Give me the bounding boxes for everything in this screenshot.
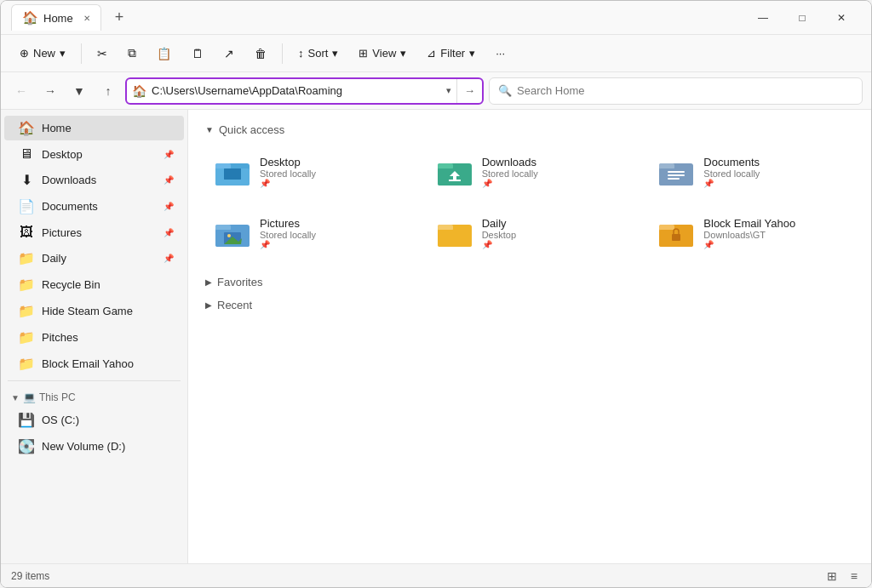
sidebar-recycle-label: Recycle Bin — [42, 278, 174, 291]
sidebar-item-documents[interactable]: 📄 Documents 📌 — [4, 194, 184, 219]
quick-access-header[interactable]: ▼ Quick access — [205, 123, 854, 136]
view-button[interactable]: ⊞ View ▾ — [350, 43, 415, 64]
new-button[interactable]: ⊕ New ▾ — [11, 43, 74, 64]
new-tab-button[interactable]: + — [108, 7, 131, 28]
pin-icon-2: 📌 — [164, 175, 174, 185]
svg-rect-10 — [449, 180, 461, 181]
close-button[interactable]: ✕ — [822, 1, 861, 35]
grid-view-button[interactable]: ⊞ — [823, 568, 840, 585]
blockemail-icon: 📁 — [18, 356, 35, 372]
delete-icon: 🗑 — [255, 47, 267, 60]
maximize-button[interactable]: □ — [783, 1, 822, 35]
folder-item-pictures[interactable]: Pictures Stored locally 📌 — [205, 208, 410, 259]
daily-folder-name: Daily — [482, 217, 516, 230]
title-bar: 🏠 Home ✕ + ― □ ✕ — [1, 1, 871, 35]
filter-button[interactable]: ⊿ Filter ▾ — [418, 43, 484, 64]
desktop-folder-icon — [214, 153, 251, 191]
blockemail-pin: 📌 — [703, 240, 795, 249]
sidebar-home-label: Home — [42, 122, 174, 134]
svg-point-21 — [227, 234, 231, 237]
status-bar: 29 items ⊞ ≡ — [1, 563, 871, 587]
desktop-pin: 📌 — [260, 179, 316, 188]
folder-grid: Desktop Stored locally 📌 — [205, 146, 854, 259]
folder-item-documents[interactable]: Documents Stored locally 📌 — [649, 146, 854, 197]
filter-dropdown-icon: ▾ — [469, 47, 475, 60]
sidebar: 🏠 Home 🖥 Desktop 📌 ⬇ Downloads 📌 📄 Docum… — [1, 110, 188, 563]
downloads-folder-name: Downloads — [482, 156, 538, 168]
svg-rect-14 — [668, 171, 685, 173]
view-icon: ⊞ — [359, 47, 368, 60]
cut-button[interactable]: ✂ — [89, 43, 116, 65]
folder-item-desktop[interactable]: Desktop Stored locally 📌 — [205, 146, 410, 197]
new-label: New — [33, 47, 55, 60]
svg-rect-1 — [215, 163, 231, 169]
address-bar[interactable]: 🏠 ▾ → — [125, 77, 484, 105]
svg-rect-12 — [659, 163, 674, 169]
sidebar-desktop-label: Desktop — [42, 148, 157, 161]
sidebar-item-downloads[interactable]: ⬇ Downloads 📌 — [4, 168, 184, 192]
toolbar-separator-2 — [282, 43, 283, 64]
sidebar-item-osc[interactable]: 💾 OS (C:) — [4, 408, 184, 432]
list-view-button[interactable]: ≡ — [847, 568, 861, 585]
sidebar-item-pictures[interactable]: 🖼 Pictures 📌 — [4, 220, 184, 244]
recent-label: Recent — [217, 299, 252, 311]
pin-icon-4: 📌 — [164, 228, 174, 237]
item-count: 29 items — [11, 570, 49, 582]
address-bar-row: ← → ▼ ↑ 🏠 ▾ → 🔍 — [1, 72, 871, 110]
more-button[interactable]: ··· — [487, 43, 513, 64]
pictures-folder-name: Pictures — [260, 217, 316, 230]
sidebar-blockemail-label: Block Email Yahoo — [42, 357, 174, 370]
sidebar-section-thispc[interactable]: ▼ 💻 This PC — [1, 385, 187, 407]
sidebar-divider — [8, 380, 181, 381]
tab-close-button[interactable]: ✕ — [83, 14, 90, 23]
recent-header[interactable]: ▶ Recent — [205, 299, 854, 311]
address-input[interactable] — [152, 84, 441, 97]
sidebar-item-pitches[interactable]: 📁 Pitches — [4, 325, 184, 350]
sidebar-item-blockemail[interactable]: 📁 Block Email Yahoo — [4, 351, 184, 376]
svg-rect-4 — [224, 168, 241, 180]
home-tab-label: Home — [43, 12, 73, 25]
sidebar-item-home[interactable]: 🏠 Home — [4, 116, 184, 140]
home-tab[interactable]: 🏠 Home ✕ — [11, 4, 101, 31]
sidebar-item-newvol[interactable]: 💽 New Volume (D:) — [4, 434, 184, 459]
share-button[interactable]: ↗ — [215, 43, 243, 65]
blockemail-folder-icon — [657, 214, 695, 252]
desktop-folder-name: Desktop — [260, 156, 316, 168]
folder-item-blockemail[interactable]: Block Email Yahoo Downloads\GT 📌 — [649, 208, 854, 259]
search-input[interactable] — [517, 84, 853, 97]
minimize-button[interactable]: ― — [743, 1, 783, 35]
documents-pin: 📌 — [703, 179, 760, 188]
rename-button[interactable]: 🗒 — [183, 43, 212, 65]
downloads-pin: 📌 — [482, 179, 538, 188]
copy-button[interactable]: ⧉ — [119, 42, 145, 65]
folder-item-daily[interactable]: Daily Desktop 📌 — [427, 208, 633, 259]
search-box[interactable]: 🔍 — [489, 77, 863, 105]
sidebar-item-recycle[interactable]: 📁 Recycle Bin — [4, 272, 184, 297]
recent-locations-button[interactable]: ▼ — [67, 79, 91, 103]
sidebar-item-daily[interactable]: 📁 Daily 📌 — [4, 246, 184, 271]
paste-button[interactable]: 📋 — [148, 43, 180, 65]
copy-icon: ⧉ — [128, 46, 136, 60]
back-button[interactable]: ← — [9, 79, 33, 103]
blockemail-folder-sub: Downloads\GT — [703, 230, 795, 240]
svg-rect-6 — [438, 163, 453, 169]
sort-dropdown-icon: ▾ — [332, 47, 338, 60]
sidebar-item-desktop[interactable]: 🖥 Desktop 📌 — [4, 142, 184, 166]
toolbar-separator-1 — [81, 43, 82, 64]
sidebar-item-hidesteam[interactable]: 📁 Hide Steam Game — [4, 299, 184, 323]
filter-label: Filter — [440, 47, 465, 60]
favorites-header[interactable]: ▶ Favorites — [205, 276, 854, 288]
cut-icon: ✂ — [97, 47, 107, 60]
daily-pin: 📌 — [482, 240, 516, 249]
newvol-icon: 💽 — [18, 438, 35, 454]
svg-rect-29 — [672, 234, 680, 241]
svg-rect-15 — [668, 174, 685, 176]
sort-button[interactable]: ↕ Sort ▾ — [290, 43, 347, 64]
address-go-button[interactable]: → — [456, 79, 482, 103]
address-dropdown-button[interactable]: ▾ — [441, 85, 456, 96]
up-button[interactable]: ↑ — [96, 79, 120, 103]
paste-icon: 📋 — [157, 47, 171, 60]
folder-item-downloads[interactable]: Downloads Stored locally 📌 — [427, 146, 633, 197]
delete-button[interactable]: 🗑 — [246, 43, 275, 65]
forward-button[interactable]: → — [38, 79, 62, 103]
